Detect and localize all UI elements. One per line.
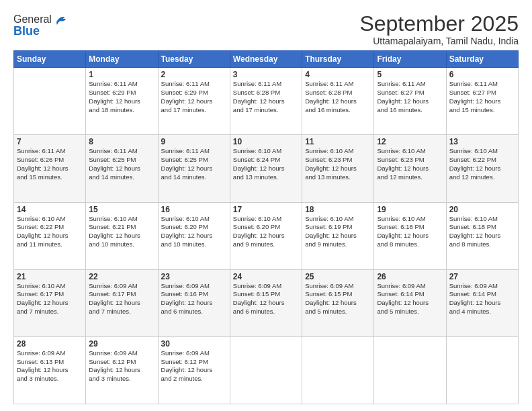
calendar-header-monday: Monday xyxy=(86,51,158,68)
day-number: 20 xyxy=(449,205,515,214)
calendar-table: SundayMondayTuesdayWednesdayThursdayFrid… xyxy=(13,50,519,404)
day-info: Sunrise: 6:09 AM Sunset: 6:15 PM Dayligh… xyxy=(305,282,371,316)
day-number: 6 xyxy=(449,70,515,79)
day-info: Sunrise: 6:10 AM Sunset: 6:23 PM Dayligh… xyxy=(377,147,443,181)
day-info: Sunrise: 6:11 AM Sunset: 6:25 PM Dayligh… xyxy=(89,147,154,181)
calendar-cell: 16Sunrise: 6:10 AM Sunset: 6:20 PM Dayli… xyxy=(158,202,230,269)
day-info: Sunrise: 6:10 AM Sunset: 6:20 PM Dayligh… xyxy=(233,215,299,249)
day-number: 8 xyxy=(89,137,154,146)
day-number: 21 xyxy=(17,272,83,281)
calendar-cell: 20Sunrise: 6:10 AM Sunset: 6:18 PM Dayli… xyxy=(446,202,518,269)
day-info: Sunrise: 6:10 AM Sunset: 6:22 PM Dayligh… xyxy=(17,215,83,249)
calendar-cell: 25Sunrise: 6:09 AM Sunset: 6:15 PM Dayli… xyxy=(302,269,374,336)
day-number: 7 xyxy=(17,137,83,146)
calendar-header-saturday: Saturday xyxy=(446,51,518,68)
day-info: Sunrise: 6:11 AM Sunset: 6:29 PM Dayligh… xyxy=(89,80,154,114)
day-number: 25 xyxy=(305,272,371,281)
calendar-week-5: 28Sunrise: 6:09 AM Sunset: 6:13 PM Dayli… xyxy=(14,336,519,404)
calendar-cell: 26Sunrise: 6:09 AM Sunset: 6:14 PM Dayli… xyxy=(374,269,446,336)
day-number: 11 xyxy=(305,137,371,146)
calendar-week-4: 21Sunrise: 6:10 AM Sunset: 6:17 PM Dayli… xyxy=(14,269,519,336)
calendar-cell: 21Sunrise: 6:10 AM Sunset: 6:17 PM Dayli… xyxy=(14,269,86,336)
day-info: Sunrise: 6:10 AM Sunset: 6:18 PM Dayligh… xyxy=(377,215,443,249)
day-info: Sunrise: 6:10 AM Sunset: 6:17 PM Dayligh… xyxy=(17,282,83,316)
day-number: 28 xyxy=(17,339,83,349)
day-info: Sunrise: 6:09 AM Sunset: 6:14 PM Dayligh… xyxy=(449,282,515,316)
calendar-cell: 9Sunrise: 6:11 AM Sunset: 6:25 PM Daylig… xyxy=(158,135,230,202)
calendar-cell: 11Sunrise: 6:10 AM Sunset: 6:23 PM Dayli… xyxy=(302,135,374,202)
calendar-cell: 24Sunrise: 6:09 AM Sunset: 6:15 PM Dayli… xyxy=(230,269,302,336)
day-info: Sunrise: 6:10 AM Sunset: 6:23 PM Dayligh… xyxy=(305,147,371,181)
calendar-cell xyxy=(374,336,446,404)
calendar-cell: 27Sunrise: 6:09 AM Sunset: 6:14 PM Dayli… xyxy=(446,269,518,336)
day-info: Sunrise: 6:09 AM Sunset: 6:12 PM Dayligh… xyxy=(161,349,227,383)
calendar-cell: 22Sunrise: 6:09 AM Sunset: 6:17 PM Dayli… xyxy=(86,269,158,336)
calendar-cell xyxy=(230,336,302,404)
logo: General Blue xyxy=(13,12,68,38)
calendar-cell: 19Sunrise: 6:10 AM Sunset: 6:18 PM Dayli… xyxy=(374,202,446,269)
calendar-week-2: 7Sunrise: 6:11 AM Sunset: 6:26 PM Daylig… xyxy=(14,135,519,202)
day-info: Sunrise: 6:09 AM Sunset: 6:13 PM Dayligh… xyxy=(17,349,83,383)
day-number: 22 xyxy=(89,272,154,281)
header: General Blue September 2025 Uttamapalaiy… xyxy=(13,12,519,46)
calendar-cell: 30Sunrise: 6:09 AM Sunset: 6:12 PM Dayli… xyxy=(158,336,230,404)
day-number: 24 xyxy=(233,272,299,281)
calendar-cell: 23Sunrise: 6:09 AM Sunset: 6:16 PM Dayli… xyxy=(158,269,230,336)
logo-bird-icon xyxy=(53,12,68,27)
day-info: Sunrise: 6:10 AM Sunset: 6:18 PM Dayligh… xyxy=(449,215,515,249)
day-info: Sunrise: 6:11 AM Sunset: 6:27 PM Dayligh… xyxy=(449,80,515,114)
main-title: September 2025 xyxy=(359,12,519,36)
day-info: Sunrise: 6:11 AM Sunset: 6:27 PM Dayligh… xyxy=(377,80,443,114)
day-info: Sunrise: 6:11 AM Sunset: 6:28 PM Dayligh… xyxy=(305,80,371,114)
calendar-cell xyxy=(302,336,374,404)
day-number: 5 xyxy=(377,70,443,79)
calendar-header-tuesday: Tuesday xyxy=(158,51,230,68)
calendar-header-sunday: Sunday xyxy=(14,51,86,68)
calendar-cell: 7Sunrise: 6:11 AM Sunset: 6:26 PM Daylig… xyxy=(14,135,86,202)
calendar-cell: 3Sunrise: 6:11 AM Sunset: 6:28 PM Daylig… xyxy=(230,68,302,135)
day-number: 27 xyxy=(449,272,515,281)
calendar-cell: 28Sunrise: 6:09 AM Sunset: 6:13 PM Dayli… xyxy=(14,336,86,404)
day-info: Sunrise: 6:09 AM Sunset: 6:14 PM Dayligh… xyxy=(377,282,443,316)
calendar-body: 1Sunrise: 6:11 AM Sunset: 6:29 PM Daylig… xyxy=(14,68,519,404)
calendar-cell xyxy=(14,68,86,135)
day-info: Sunrise: 6:11 AM Sunset: 6:25 PM Dayligh… xyxy=(161,147,227,181)
day-number: 19 xyxy=(377,205,443,214)
day-number: 2 xyxy=(161,70,227,79)
day-info: Sunrise: 6:09 AM Sunset: 6:15 PM Dayligh… xyxy=(233,282,299,316)
calendar-cell: 1Sunrise: 6:11 AM Sunset: 6:29 PM Daylig… xyxy=(86,68,158,135)
day-number: 9 xyxy=(161,137,227,146)
day-number: 29 xyxy=(89,339,154,349)
day-number: 18 xyxy=(305,205,371,214)
day-info: Sunrise: 6:09 AM Sunset: 6:16 PM Dayligh… xyxy=(161,282,227,316)
day-number: 16 xyxy=(161,205,227,214)
calendar-header-row: SundayMondayTuesdayWednesdayThursdayFrid… xyxy=(14,51,519,68)
day-number: 17 xyxy=(233,205,299,214)
title-block: September 2025 Uttamapalaiyam, Tamil Nad… xyxy=(359,12,519,46)
calendar-week-3: 14Sunrise: 6:10 AM Sunset: 6:22 PM Dayli… xyxy=(14,202,519,269)
day-number: 14 xyxy=(17,205,83,214)
day-info: Sunrise: 6:09 AM Sunset: 6:17 PM Dayligh… xyxy=(89,282,154,316)
day-number: 15 xyxy=(89,205,154,214)
page: General Blue September 2025 Uttamapalaiy… xyxy=(0,0,532,411)
day-number: 3 xyxy=(233,70,299,79)
day-number: 4 xyxy=(305,70,371,79)
calendar-cell: 15Sunrise: 6:10 AM Sunset: 6:21 PM Dayli… xyxy=(86,202,158,269)
day-number: 10 xyxy=(233,137,299,146)
calendar-cell: 4Sunrise: 6:11 AM Sunset: 6:28 PM Daylig… xyxy=(302,68,374,135)
calendar-cell: 12Sunrise: 6:10 AM Sunset: 6:23 PM Dayli… xyxy=(374,135,446,202)
day-info: Sunrise: 6:11 AM Sunset: 6:28 PM Dayligh… xyxy=(233,80,299,114)
calendar-cell: 6Sunrise: 6:11 AM Sunset: 6:27 PM Daylig… xyxy=(446,68,518,135)
day-number: 1 xyxy=(89,70,154,79)
calendar-cell: 17Sunrise: 6:10 AM Sunset: 6:20 PM Dayli… xyxy=(230,202,302,269)
calendar-cell: 13Sunrise: 6:10 AM Sunset: 6:22 PM Dayli… xyxy=(446,135,518,202)
day-info: Sunrise: 6:11 AM Sunset: 6:29 PM Dayligh… xyxy=(161,80,227,114)
calendar-cell: 8Sunrise: 6:11 AM Sunset: 6:25 PM Daylig… xyxy=(86,135,158,202)
day-info: Sunrise: 6:10 AM Sunset: 6:20 PM Dayligh… xyxy=(161,215,227,249)
day-info: Sunrise: 6:11 AM Sunset: 6:26 PM Dayligh… xyxy=(17,147,83,181)
calendar-header-wednesday: Wednesday xyxy=(230,51,302,68)
day-number: 30 xyxy=(161,339,227,349)
subtitle: Uttamapalaiyam, Tamil Nadu, India xyxy=(359,36,519,46)
calendar-cell: 29Sunrise: 6:09 AM Sunset: 6:12 PM Dayli… xyxy=(86,336,158,404)
calendar-header-thursday: Thursday xyxy=(302,51,374,68)
